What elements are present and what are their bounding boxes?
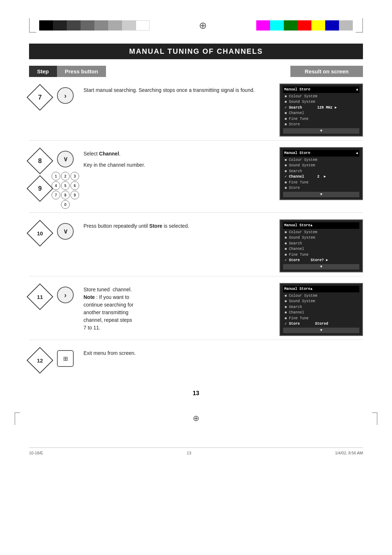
step-row-12: 12 ⊞ Exit menu from screen.	[29, 347, 363, 376]
crosshair-bottom: ⊕	[189, 411, 203, 426]
btn-col-11: ›	[51, 283, 80, 303]
press-header: Press button	[57, 66, 106, 77]
step-num-7: 7	[29, 86, 51, 108]
text-col-11: Store tuned channel. Note : If you want …	[80, 283, 279, 332]
screen-col-89: Manual Store▲ ■ Colour System ■ Sound Sy…	[279, 147, 363, 200]
colorbar-left	[39, 20, 150, 31]
right-arrow-btn-7[interactable]: ›	[57, 87, 74, 104]
text-col-10: Press button repeatedly until Store is s…	[80, 219, 279, 230]
key-7[interactable]: 7	[52, 191, 60, 199]
btn-col-7: ›	[51, 84, 80, 104]
footer-right: 1/4/02, 8:56 AM	[335, 451, 363, 455]
result-header: Result on screen	[290, 66, 363, 77]
screen-col-11: Manual Store▲ ■ Colour System ■ Sound Sy…	[279, 283, 363, 336]
page-number: 13	[0, 390, 392, 397]
step-label-7: 7	[38, 94, 42, 101]
footer-center: 13	[187, 451, 191, 455]
screen-col-10: Manual Store▲ ■ Colour System ■ Sound Sy…	[279, 219, 363, 272]
key-6[interactable]: 6	[70, 181, 79, 190]
screen-col-7: Manual Store▲ ■ Colour System ■ Sound Sy…	[279, 84, 363, 137]
tv-screen-7: Manual Store▲ ■ Colour System ■ Sound Sy…	[279, 84, 363, 137]
step-label-9: 9	[38, 185, 42, 193]
step-label-10: 10	[37, 230, 43, 236]
tv-screen-10: Manual Store▲ ■ Colour System ■ Sound Sy…	[279, 219, 363, 272]
step-label-8: 8	[38, 157, 42, 165]
footer-left: 10-18/E	[29, 451, 43, 455]
top-decorative-area: ⊕	[29, 18, 363, 33]
step-row-11: 11 › Store tuned channel. Note : If you …	[29, 283, 363, 336]
page-title: Manual Tuning of Channels	[29, 44, 363, 59]
tv-screen-11: Manual Store▲ ■ Colour System ■ Sound Sy…	[279, 283, 363, 336]
footer: 10-18/E 13 1/4/02, 8:56 AM	[29, 447, 363, 455]
step-row-7: 7 › Start manual searching. Searching st…	[29, 84, 363, 137]
step-num-8: 8	[29, 150, 51, 172]
step-row-10: 10 ∨ Press button repeatedly until Store…	[29, 219, 363, 272]
btn-col-12: ⊞	[51, 347, 80, 367]
menu-btn-12[interactable]: ⊞	[57, 350, 74, 367]
numpad-9[interactable]: 1 2 3 4 5 6 7 8 9 0	[52, 172, 79, 209]
right-arrow-btn-11[interactable]: ›	[57, 287, 74, 303]
key-5[interactable]: 5	[61, 181, 70, 190]
crosshair-left: ⊕	[199, 20, 207, 31]
step-header: Step	[29, 66, 57, 77]
key-3[interactable]: 3	[70, 172, 79, 181]
text-col-12: Exit menu from screen.	[80, 347, 279, 357]
step-label-12: 12	[37, 357, 43, 364]
down-arrow-btn-10[interactable]: ∨	[57, 223, 74, 240]
step-num-12: 12	[29, 349, 51, 371]
down-arrow-btn-8[interactable]: ∨	[57, 151, 74, 167]
step-num-10: 10	[29, 222, 51, 244]
key-2[interactable]: 2	[61, 172, 70, 181]
key-8[interactable]: 8	[61, 191, 70, 199]
step-label-11: 11	[37, 294, 43, 300]
key-0[interactable]: 0	[61, 200, 70, 209]
step-num-9: 9	[29, 178, 51, 199]
btn-col-10: ∨	[51, 219, 80, 240]
tv-screen-89: Manual Store▲ ■ Colour System ■ Sound Sy…	[279, 147, 363, 200]
colorbar-right	[256, 20, 353, 31]
text-col-7: Start manual searching. Searching stops …	[80, 84, 279, 94]
table-header: Step Press button Result on screen	[29, 66, 363, 77]
step-num-11: 11	[29, 286, 51, 308]
key-9[interactable]: 9	[70, 191, 79, 199]
step-row-89: 8 9 ∨ 1 2 3 4 5 6 7 8 9 0 Select Channel…	[29, 147, 363, 209]
key-1[interactable]: 1	[52, 172, 60, 181]
text-col-89: Select Channel. Key in the channel numbe…	[80, 147, 279, 169]
